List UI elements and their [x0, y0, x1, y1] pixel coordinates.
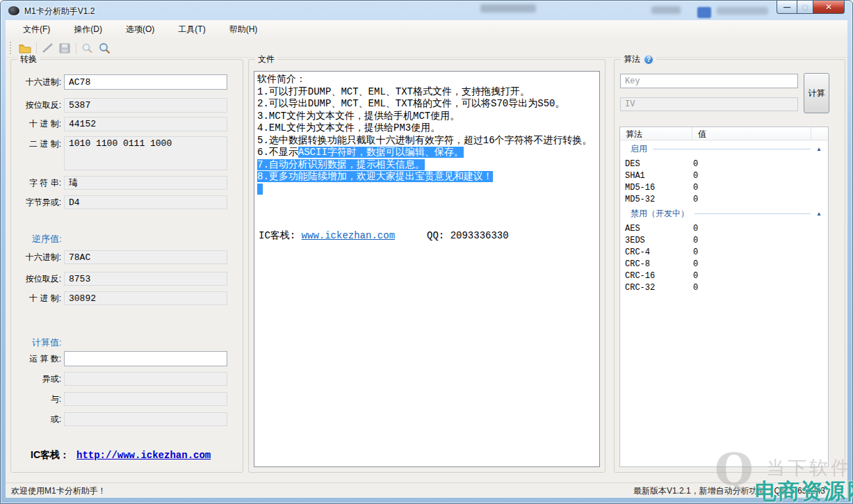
zoom-out-button[interactable] — [79, 40, 96, 56]
minimize-button[interactable]: — — [777, 1, 797, 14]
save-floppy-icon — [59, 43, 70, 54]
algorithm-row[interactable]: AES0 — [620, 222, 828, 234]
operand-input[interactable] — [64, 351, 227, 366]
algorithm-row[interactable]: DES0 — [620, 158, 828, 170]
byte-xor-label: 字节异或: — [11, 197, 61, 209]
intro-text: 2.可以导出DUMP、MCT、EML、TXT格的文件，可以将S70导出为S50。 — [257, 98, 564, 109]
intro-line: 3.MCT文件为文本文件，提供给手机MCT使用。 — [257, 111, 598, 123]
contact-link[interactable]: www.ickezhan.com — [302, 230, 395, 241]
binary-value: 1010 1100 0111 1000 — [64, 136, 227, 170]
help-icon[interactable]: ? — [644, 55, 653, 65]
algorithm-group-title: 算法 ? — [621, 54, 656, 65]
algorithm-name: CRC-32 — [620, 283, 692, 293]
menu-tools[interactable]: 工具(T) — [166, 20, 217, 39]
algorithm-name: MD5-16 — [620, 183, 692, 193]
menu-bar: 文件(F) 操作(D) 选项(O) 工具(T) 帮助(H) — [6, 20, 847, 39]
intro-selected-text: ASCII字符时，数据可以编辑、保存。 — [298, 147, 464, 158]
resize-grip[interactable]: ⋰ — [836, 487, 845, 496]
contact-qq: QQ: 2093336330 — [427, 230, 509, 241]
algorithm-row[interactable]: SHA10 — [620, 170, 828, 181]
menu-file[interactable]: 文件(F) — [11, 20, 62, 39]
hex-input[interactable] — [64, 74, 227, 90]
algorithm-group-header[interactable]: 禁用（开发中）▲ — [620, 205, 828, 222]
xor-label: 异或: — [11, 373, 61, 385]
algorithm-name: 3EDS — [620, 236, 692, 245]
and-label: 与: — [11, 393, 61, 405]
intro-text: 5.选中数据转换功能只截取十六进制有效字符，超过16个字符将不进行转换。 — [257, 135, 592, 146]
open-folder-icon — [19, 43, 31, 54]
xor-row: 异或: — [11, 372, 243, 386]
group-rule — [694, 213, 811, 214]
ickezhan-footer: IC客栈： http://www.ickezhan.com — [31, 449, 211, 462]
algorithm-value: 0 — [692, 236, 828, 245]
algorithm-row[interactable]: MD5-160 — [620, 181, 828, 193]
reverse-section-title: 逆序值: — [32, 233, 62, 245]
string-label: 字 符 串: — [11, 177, 61, 189]
algorithm-row[interactable]: CRC-160 — [620, 270, 828, 282]
algorithm-row[interactable]: 3EDS0 — [620, 234, 828, 246]
blurred-watermark — [651, 6, 681, 14]
ickezhan-label: IC客栈： — [31, 449, 70, 462]
ickezhan-link[interactable]: http://www.ickezhan.com — [76, 450, 211, 461]
algorithm-value: 0 — [692, 271, 828, 281]
reverse-hex-value: 78AC — [64, 250, 227, 264]
string-row: 字 符 串: 瑇 — [11, 176, 243, 190]
group-rule — [653, 149, 811, 149]
file-contact-line: IC客栈: www.ickezhan.comQQ: 2093336330 — [259, 229, 509, 242]
menu-options[interactable]: 选项(O) — [114, 20, 166, 39]
operand-row: 运 算 数: — [11, 351, 243, 366]
intro-line: 4.EML文件为文本文件，提供给PM3使用。 — [257, 122, 598, 135]
algorithm-title-text: 算法 — [624, 54, 640, 65]
maximize-button[interactable]: ▢ — [797, 1, 813, 14]
algorithm-group-header[interactable]: 启用▲ — [620, 140, 828, 158]
reverse-bitwise-not-row: 按位取反: 8753 — [11, 272, 243, 286]
binary-row: 二 进 制: 1010 1100 0111 1000 — [11, 136, 243, 170]
binary-label: 二 进 制: — [11, 138, 61, 150]
iv-input[interactable] — [620, 97, 798, 111]
intro-line: 2.可以导出DUMP、MCT、EML、TXT格的文件，可以将S70导出为S50。 — [257, 98, 598, 111]
intro-text: 1.可以打开DUMP、MCT、EML、TXT格式文件，支持拖拽打开。 — [257, 86, 530, 97]
reverse-bitwise-not-value: 8753 — [64, 272, 227, 286]
calculate-button[interactable]: 计算 — [804, 73, 829, 113]
reverse-decimal-row: 十 进 制: 30892 — [11, 291, 243, 305]
intro-line: 5.选中数据转换功能只截取十六进制有效字符，超过16个字符将不进行转换。 — [257, 135, 598, 147]
edit-pencil-icon — [42, 42, 54, 54]
contact-label: IC客栈: — [259, 230, 302, 241]
menu-operate[interactable]: 操作(D) — [62, 20, 114, 39]
collapse-chevron-icon[interactable]: ▲ — [816, 147, 822, 152]
menu-help[interactable]: 帮助(H) — [218, 20, 270, 39]
title-bar: M1卡分析助手V1.2 — ▢ ✕ — [1, 1, 852, 20]
algorithm-row[interactable]: CRC-40 — [620, 246, 828, 258]
string-value: 瑇 — [64, 176, 227, 190]
file-intro-textarea[interactable]: 软件简介：1.可以打开DUMP、MCT、EML、TXT格式文件，支持拖拽打开。2… — [254, 71, 600, 467]
status-version: 最新版本V1.2.1，新增自动分析功能，Q群：631843 — [633, 485, 825, 497]
bitwise-not-value: 5387 — [64, 98, 227, 113]
status-bar: 欢迎使用M1卡分析助手！ 最新版本V1.2.1，新增自动分析功能，Q群：6318… — [6, 482, 847, 498]
intro-selected-text: 7.自动分析识别数据，提示相关信息。 — [257, 159, 425, 170]
window-title: M1卡分析助手V1.2 — [24, 6, 95, 17]
algorithm-value: 0 — [692, 183, 828, 193]
save-button[interactable] — [56, 40, 73, 56]
close-button[interactable]: ✕ — [813, 1, 845, 14]
algorithm-row[interactable]: CRC-320 — [620, 282, 828, 293]
algorithm-row[interactable]: CRC-80 — [620, 258, 828, 270]
collapse-chevron-icon[interactable]: ▲ — [816, 211, 822, 217]
algorithm-name: DES — [620, 159, 692, 169]
byte-xor-row: 字节异或: D4 — [11, 195, 243, 209]
algorithm-table-body: 启用▲DES0SHA10MD5-160MD5-320禁用（开发中）▲AES03E… — [620, 140, 828, 293]
algorithm-row[interactable]: MD5-320 — [620, 193, 828, 205]
file-groupbox: 文件 软件简介：1.可以打开DUMP、MCT、EML、TXT格式文件，支持拖拽打… — [248, 59, 606, 473]
header-value: 值 — [692, 127, 811, 140]
algorithm-value: 0 — [692, 195, 828, 204]
algorithm-table: 算法 值 启用▲DES0SHA10MD5-160MD5-320禁用（开发中）▲A… — [619, 127, 829, 467]
toolbar — [6, 39, 847, 58]
key-input[interactable] — [620, 74, 798, 88]
decimal-row: 十 进 制: 44152 — [11, 117, 243, 131]
zoom-in-button[interactable] — [96, 40, 113, 56]
algorithm-value: 0 — [692, 171, 828, 181]
edit-button[interactable] — [40, 40, 56, 56]
algorithm-name: CRC-4 — [620, 247, 692, 257]
hex-label: 十六进制: — [11, 76, 61, 88]
operand-label: 运 算 数: — [11, 353, 61, 365]
conversion-group-title: 转换 — [17, 54, 40, 65]
